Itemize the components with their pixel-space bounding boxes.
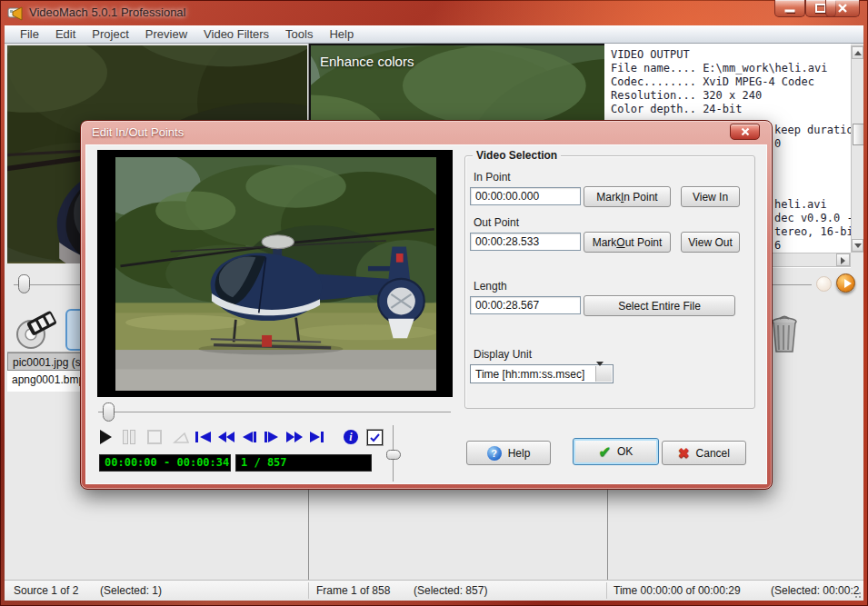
source-slider-thumb[interactable] [18, 274, 30, 293]
in-point-label: In Point [474, 171, 511, 184]
info-fragment: 0 [774, 137, 781, 150]
info-button[interactable]: i [344, 430, 358, 444]
out-point-label: Out Point [474, 216, 519, 229]
menu-file[interactable]: File [12, 25, 47, 43]
volume-slider[interactable] [385, 425, 402, 482]
menu-tools[interactable]: Tools [277, 25, 321, 43]
help-button[interactable]: ? Help [466, 441, 551, 465]
resize-grip[interactable] [853, 590, 862, 599]
info-fragment: 6 [774, 239, 781, 252]
info-line: Color depth.. 24-bit [611, 103, 851, 116]
record-button[interactable] [816, 276, 832, 292]
check-icon: ✔ [599, 443, 611, 461]
info-line: VIDEO OUTPUT [611, 48, 851, 62]
edit-inout-dialog: Edit In/Out Points [80, 120, 773, 490]
status-bar: Source 1 of 2 (Selected: 1) Frame 1 of 8… [5, 580, 863, 601]
menu-preview[interactable]: Preview [137, 25, 195, 43]
info-horizontal-scrollbar[interactable] [772, 253, 851, 267]
out-point-input[interactable] [470, 233, 581, 251]
videomach-window: VideoMach 5.0.1 Professional File Edit P… [0, 0, 868, 606]
fast-forward-button[interactable] [285, 430, 304, 444]
cancel-button[interactable]: ✖ Cancel [662, 441, 746, 465]
cross-icon: ✖ [678, 445, 690, 462]
status-time: Time 00:00:00 of 00:00:29 [614, 584, 741, 597]
scroll-up-icon[interactable] [852, 46, 863, 59]
ok-button[interactable]: ✔ OK [573, 438, 659, 465]
dialog-close-button[interactable] [730, 124, 760, 140]
seek-track[interactable] [98, 412, 451, 412]
scrollbar-thumb[interactable] [853, 124, 863, 145]
dialog-title: Edit In/Out Points [92, 125, 184, 139]
pause-button[interactable] [123, 430, 137, 444]
info-fragment: heli.avi [774, 198, 827, 211]
seek-end-button[interactable] [308, 430, 326, 444]
mark-in-button[interactable]: Mark In Point [584, 186, 671, 207]
status-frame-selected: (Selected: 857) [414, 584, 487, 597]
menu-help[interactable]: Help [321, 25, 362, 43]
view-in-button[interactable]: View In [681, 186, 740, 207]
info-fragment: keep duratio [774, 124, 853, 136]
display-unit-select[interactable]: Time [hh:mm:ss.msec] [470, 364, 614, 383]
ramp-icon[interactable] [173, 430, 190, 445]
info-line: File name.... E:\mm_work\heli.avi [611, 62, 851, 75]
volume-slider-thumb[interactable] [386, 450, 401, 460]
trash-icon[interactable] [768, 313, 801, 354]
start-processing-button[interactable] [836, 273, 855, 293]
menu-project[interactable]: Project [84, 25, 136, 43]
close-icon [740, 127, 750, 137]
length-label: Length [474, 280, 507, 293]
stop-button[interactable] [147, 430, 162, 444]
scroll-right-icon[interactable] [836, 253, 850, 266]
rewind-button[interactable] [217, 430, 235, 444]
lcd-frame-counter: 1 / 857 [235, 454, 372, 472]
in-point-input[interactable] [470, 187, 581, 205]
help-icon: ? [487, 446, 502, 461]
dialog-video-preview [97, 150, 453, 397]
info-fragment: tereo, 16-bi [774, 225, 853, 238]
info-line: Resolution... 320 x 240 [611, 89, 851, 103]
lcd-time-range: 00:00:00 - 00:00:34 [99, 454, 231, 472]
group-title: Video Selection [473, 149, 561, 162]
seek-trackbar[interactable] [98, 402, 451, 423]
check-icon [369, 432, 381, 443]
dialog-body: i 00:00:00 - 00:00:34 1 / 857 Video Sele… [85, 144, 767, 484]
menu-bar: File Edit Project Preview Video Filters … [5, 25, 863, 44]
mark-out-button[interactable]: Mark Out Point [584, 232, 671, 253]
close-icon [837, 3, 848, 14]
play-button[interactable] [100, 430, 112, 444]
status-source-selected: (Selected: 1) [100, 584, 162, 597]
seek-start-button[interactable] [195, 430, 213, 444]
status-frame: Frame 1 of 858 [316, 584, 390, 597]
menu-video-filters[interactable]: Video Filters [195, 25, 277, 43]
film-reel-icon[interactable] [15, 305, 58, 351]
status-source: Source 1 of 2 [14, 584, 78, 597]
window-title: VideoMach 5.0.1 Professional [29, 5, 185, 19]
info-fragment: dec v0.9.0 - [774, 212, 853, 224]
play-icon [844, 279, 852, 288]
info-line: Codec........ XviD MPEG-4 Codec [611, 75, 851, 89]
prev-frame-button[interactable] [240, 430, 258, 444]
enhance-colors-label: Enhance colors [320, 54, 414, 69]
app-icon [7, 5, 24, 21]
next-frame-button[interactable] [263, 430, 281, 444]
scroll-down-icon[interactable] [852, 239, 863, 252]
length-input[interactable] [470, 296, 581, 314]
close-button[interactable] [825, 0, 860, 17]
minimize-button[interactable] [774, 0, 805, 17]
video-selection-group: Video Selection In Point Mark In Point V… [464, 155, 755, 409]
info-vertical-scrollbar[interactable] [851, 45, 863, 253]
seek-thumb[interactable] [103, 402, 115, 422]
display-unit-value: Time [hh:mm:ss.msec] [475, 368, 584, 381]
preview-checkbox[interactable] [367, 430, 383, 445]
menu-edit[interactable]: Edit [47, 25, 84, 43]
title-bar[interactable]: VideoMach 5.0.1 Professional [0, 0, 868, 25]
select-entire-file-button[interactable]: Select Entire File [584, 295, 735, 316]
display-unit-label: Display Unit [474, 348, 532, 361]
view-out-button[interactable]: View Out [681, 232, 740, 253]
status-time-selected: (Selected: 00:00:2 [771, 584, 859, 597]
chevron-down-icon[interactable] [595, 366, 612, 382]
transport-controls: i [100, 427, 383, 447]
